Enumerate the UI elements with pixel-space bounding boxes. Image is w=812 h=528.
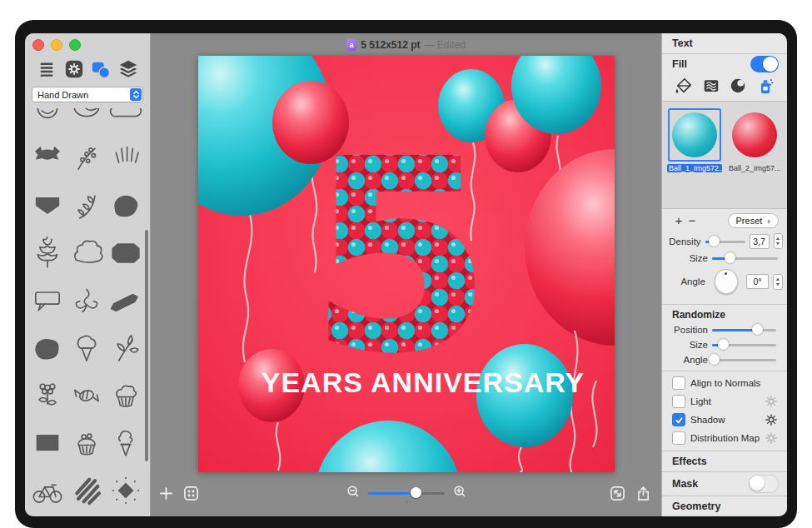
add-artboard-icon[interactable]	[159, 486, 173, 504]
preset-button[interactable]: Preset ›	[728, 213, 779, 228]
align-to-normals-checkbox[interactable]	[672, 376, 685, 390]
canvas-area[interactable]: 5 YEARS ANNIVERSARY	[151, 56, 661, 472]
zoom-in-icon[interactable]	[453, 485, 466, 501]
shape-speech-bubble[interactable]	[27, 276, 67, 324]
randomize-size-row: Size	[662, 337, 787, 352]
library-dropdown[interactable]: Hand Drawn	[32, 87, 143, 102]
titlebar: a 5 512x512 pt — Edited	[151, 33, 661, 56]
close-button[interactable]	[32, 39, 44, 51]
shape-ribbon-diagonal[interactable]	[106, 276, 145, 324]
preset-row: + − Preset ›	[662, 209, 787, 232]
randomize-angle-slider[interactable]	[712, 354, 776, 366]
shape-bush-outline[interactable]	[67, 229, 106, 276]
size-slider[interactable]	[712, 252, 778, 264]
shape-ink-blob[interactable]	[27, 324, 67, 371]
shape-sunburst[interactable]	[106, 134, 145, 182]
distribution-map-gear-icon[interactable]	[765, 432, 777, 444]
zoom-slider-knob[interactable]	[411, 487, 421, 498]
shape-library-grid	[25, 108, 150, 516]
section-header-effects[interactable]: Effects	[662, 451, 787, 471]
randomize-position-row: Position	[662, 322, 787, 337]
mask-label: Mask	[672, 478, 698, 490]
zoom-button[interactable]	[69, 39, 81, 51]
shape-hatch-scribble[interactable]	[67, 466, 106, 514]
shape-ribbon-banner[interactable]	[27, 134, 67, 182]
shape-bowl-doodle[interactable]	[67, 108, 106, 134]
option-align-to-normals: Align to Normals	[662, 374, 787, 392]
fill-label: Fill	[672, 58, 687, 70]
inspector-panel: Text Fill Ball_1_Img572...Ball_2_Img57..…	[661, 33, 787, 516]
fill-toggle[interactable]	[750, 56, 779, 72]
shape-cloud-doodle[interactable]	[106, 108, 145, 134]
workspace: a 5 512x512 pt — Edited	[151, 33, 661, 516]
shape-library-scroll	[25, 108, 150, 516]
mask-toggle[interactable]	[749, 475, 779, 493]
swatch-ball	[672, 112, 717, 157]
shape-flourish-swirl[interactable]	[67, 276, 106, 324]
option-light: Light	[662, 392, 787, 411]
shape-laurel-branch[interactable]	[67, 182, 106, 229]
scrollbar-thumb[interactable]	[145, 230, 148, 461]
minimize-button[interactable]	[51, 39, 62, 51]
swatch-1[interactable]: Ball_1_Img572...	[669, 108, 720, 172]
angle-dial[interactable]	[715, 269, 738, 294]
fill-bucket-icon[interactable]	[674, 76, 694, 96]
shadow-gear-icon[interactable]	[765, 414, 777, 426]
library-dropdown-value: Hand Drawn	[32, 90, 130, 100]
swatch-2[interactable]: Ball_2_Img57...	[729, 108, 780, 172]
shape-candy-wrap[interactable]	[67, 371, 106, 419]
angle-value[interactable]: 0°	[746, 274, 768, 289]
shape-cherries[interactable]	[67, 514, 106, 516]
shape-filled-rectangle[interactable]	[27, 419, 67, 466]
shape-floral-branch[interactable]	[67, 134, 106, 182]
shape-pennant-filled[interactable]	[27, 182, 67, 229]
distribution-map-checkbox[interactable]	[672, 431, 685, 445]
settings-icon[interactable]	[63, 58, 85, 80]
menu-icon[interactable]	[36, 58, 57, 80]
zoom-slider[interactable]	[368, 487, 445, 499]
shape-leaf-sprig[interactable]	[106, 324, 145, 371]
randomize-size-slider[interactable]	[712, 339, 776, 351]
shape-diamond-ornament[interactable]	[106, 466, 145, 514]
shapes-icon[interactable]	[90, 58, 112, 80]
shape-curl-flourish[interactable]	[27, 514, 67, 516]
shape-cupcake-cherry[interactable]	[67, 419, 106, 466]
randomize-position-slider[interactable]	[712, 324, 776, 336]
layers-icon[interactable]	[117, 58, 139, 80]
shadow-checkbox[interactable]	[672, 413, 685, 426]
bottom-bar	[151, 472, 661, 516]
shape-face-doodle[interactable]	[27, 108, 67, 134]
shape-soft-serve[interactable]	[106, 419, 145, 466]
texture-fill-icon[interactable]	[701, 76, 721, 96]
shape-flower-doodle[interactable]	[27, 371, 67, 419]
shape-cupcake[interactable]	[106, 371, 145, 419]
remove-swatch-button[interactable]: −	[685, 215, 699, 227]
density-value[interactable]: 3,7	[750, 234, 770, 249]
shape-ice-cream-cone[interactable]	[67, 324, 106, 371]
angle-stepper[interactable]	[773, 274, 783, 290]
fit-screen-icon[interactable]	[610, 486, 625, 505]
section-header-text[interactable]: Text	[662, 33, 787, 53]
density-row: Density 3,7	[662, 232, 787, 251]
light-gear-icon[interactable]	[765, 396, 777, 407]
section-header-geometry[interactable]: Geometry	[662, 496, 787, 516]
fill-section-row: Fill	[662, 53, 787, 74]
zoom-out-icon[interactable]	[346, 485, 360, 501]
shape-swirl-tree[interactable]	[27, 229, 67, 276]
shape-scribble-blob[interactable]	[106, 182, 145, 229]
anniversary-number: 5	[308, 102, 494, 411]
add-swatch-button[interactable]: +	[672, 215, 685, 227]
shape-bicycle[interactable]	[27, 466, 67, 514]
fill-type-icons	[662, 74, 787, 101]
artboard-grid-icon[interactable]	[183, 486, 199, 505]
document-edited-status: — Edited	[425, 39, 466, 51]
density-stepper[interactable]	[774, 233, 783, 249]
light-checkbox[interactable]	[672, 395, 685, 408]
share-icon[interactable]	[635, 486, 651, 505]
sphere-fill-icon[interactable]	[728, 76, 748, 96]
shape-ribbon-small[interactable]	[106, 514, 145, 516]
density-slider[interactable]	[705, 236, 745, 247]
spray-fill-icon[interactable]	[755, 76, 775, 96]
shape-badge-frame[interactable]	[106, 229, 145, 276]
left-sidebar: Hand Drawn	[25, 33, 151, 516]
